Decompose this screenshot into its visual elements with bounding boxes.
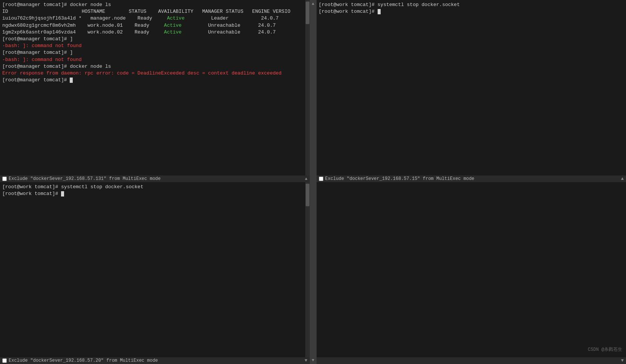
divider-top-left: Exclude "dockerSever_192.168.57.131" fro… [0, 175, 310, 182]
divider-bottom-left: Exclude "dockerSever_192.168.57.20" from… [0, 357, 310, 364]
exclude-checkbox-bottom-left[interactable]: Exclude "dockerSever_192.168.57.20" from… [2, 358, 158, 363]
exclude-checkbox-input-bottom-left[interactable] [2, 358, 7, 363]
scrollbar-thumb[interactable] [306, 2, 309, 24]
scroll-up-arrow-left[interactable]: ▲ [305, 177, 308, 181]
divider-top-right: Exclude "dockerSever_192.168.57.15" from… [317, 175, 626, 182]
scroll-down-arrow-bottom-right[interactable]: ▼ [621, 358, 624, 363]
scrollbar-top-left[interactable] [305, 0, 310, 175]
exclude-label-bottom-left: Exclude "dockerSever_192.168.57.20" from… [9, 358, 158, 363]
pane-top-left[interactable]: [root@manager tomcat]# docker node ls ID… [0, 0, 310, 175]
terminal-content-top-right: [root@work tomcat]# systemctl stop docke… [317, 0, 626, 175]
scrollbar-bottom-left[interactable] [305, 182, 310, 358]
pane-bottom-right[interactable]: CSDN @杀戮苍生 [317, 182, 626, 358]
scroll-down-arrow[interactable]: ▼ [312, 358, 314, 362]
terminal-content-bottom-left: [root@work tomcat]# systemctl stop docke… [0, 182, 305, 358]
scroll-down-arrow-bottom-left[interactable]: ▼ [305, 358, 307, 363]
exclude-checkbox-top-right[interactable]: Exclude "dockerSever_192.168.57.15" from… [319, 176, 474, 181]
exclude-checkbox-top-left[interactable]: Exclude "dockerSever_192.168.57.131" fro… [2, 176, 161, 181]
exclude-checkbox-input-top-left[interactable] [2, 177, 7, 181]
pane-top-right[interactable]: [root@work tomcat]# systemctl stop docke… [317, 0, 626, 175]
exclude-label-top-right: Exclude "dockerSever_192.168.57.15" from… [325, 176, 474, 181]
terminal-content-bottom-right [317, 182, 626, 358]
exclude-label-top-left: Exclude "dockerSever_192.168.57.131" fro… [9, 176, 161, 181]
scroll-up-arrow[interactable]: ▲ [312, 2, 314, 6]
exclude-checkbox-input-top-right[interactable] [319, 177, 323, 181]
scroll-up-arrow-right[interactable]: ▲ [621, 176, 624, 181]
divider-bottom-right: ▼ [317, 357, 626, 364]
pane-bottom-left[interactable]: [root@work tomcat]# systemctl stop docke… [0, 182, 310, 358]
scrollbar-thumb-bottom[interactable] [306, 184, 309, 206]
watermark: CSDN @杀戮苍生 [588, 346, 622, 353]
terminal-grid: [root@manager tomcat]# docker node ls ID… [0, 0, 626, 364]
divider-vertical: ▲ ▼ [310, 0, 317, 364]
terminal-content-top-left: [root@manager tomcat]# docker node ls ID… [0, 0, 305, 175]
